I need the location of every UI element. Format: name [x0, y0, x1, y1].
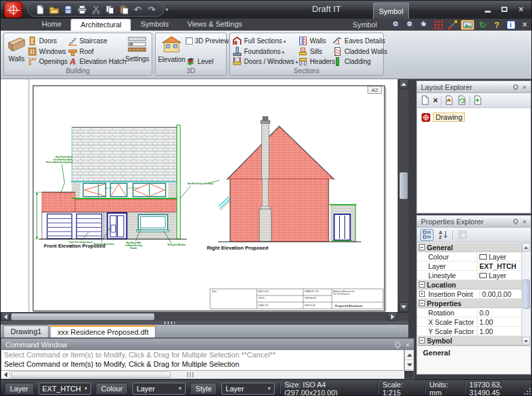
preview-checkbox[interactable]: [186, 37, 193, 45]
new-layout-button[interactable]: [420, 95, 430, 105]
scroll-down-button[interactable]: [399, 302, 408, 312]
expand-icon[interactable]: +: [419, 291, 425, 297]
copy-button[interactable]: [104, 4, 115, 15]
close-button[interactable]: ×: [515, 5, 527, 14]
pin-icon[interactable]: [512, 218, 519, 225]
sort-az-button[interactable]: AZ: [436, 229, 450, 241]
command-vertical-scrollbar[interactable]: [404, 350, 414, 371]
tab-views-settings[interactable]: Views & Settings: [178, 19, 251, 31]
minimize-button[interactable]: [481, 5, 494, 14]
scroll-thumb[interactable]: [523, 280, 530, 309]
foundations-button[interactable]: Foundations: [232, 47, 298, 57]
colour-swatch[interactable]: [479, 254, 487, 260]
layer-dropdown[interactable]: EXT_HTCH: [39, 383, 91, 395]
refresh-button[interactable]: ↻: [477, 20, 488, 30]
scroll-down-button[interactable]: [405, 360, 414, 370]
colour-dropdown[interactable]: Layer: [132, 383, 185, 395]
headers-button[interactable]: Headers: [298, 57, 332, 67]
openings-button[interactable]: Openings: [27, 57, 68, 67]
scroll-up-button[interactable]: [399, 79, 408, 89]
property-row-colour[interactable]: Colour Layer: [418, 252, 523, 262]
close-icon[interactable]: ×: [406, 339, 410, 350]
property-group-symbol[interactable]: − Symbol: [418, 336, 523, 345]
level-button[interactable]: Level: [186, 57, 224, 67]
drawing-canvas[interactable]: A2: [1, 79, 398, 312]
elevation-hatch-button[interactable]: A Elevation Hatch: [68, 57, 125, 67]
info-button[interactable]: i: [505, 20, 516, 30]
paste-button[interactable]: [118, 4, 129, 15]
zoom-in-button[interactable]: [391, 20, 402, 30]
vertical-scroll-thumb[interactable]: [400, 172, 408, 199]
horizontal-scroll-thumb[interactable]: [11, 371, 171, 378]
property-row-linestyle[interactable]: Linestyle Layer: [418, 271, 523, 280]
scroll-left-button[interactable]: [1, 371, 10, 379]
close-ribbon-button[interactable]: ×: [519, 20, 530, 30]
zoom-out-button[interactable]: [405, 20, 416, 30]
pin-icon[interactable]: [512, 84, 519, 91]
scroll-down-button[interactable]: [522, 337, 530, 345]
drawing-sheet[interactable]: A2: [33, 85, 385, 311]
property-pages-button[interactable]: [456, 229, 469, 241]
properties-scrollbar[interactable]: [521, 243, 530, 345]
elevation-button[interactable]: Elevation: [158, 35, 186, 68]
close-icon[interactable]: ×: [523, 83, 527, 91]
section-walls-button[interactable]: Walls: [298, 36, 332, 46]
qat-customize-dropdown[interactable]: ▾: [166, 7, 168, 13]
linestyle-swatch[interactable]: [479, 273, 487, 278]
command-history[interactable]: Select Command or Item(s) to Modify, Cli…: [1, 350, 404, 371]
property-group-general[interactable]: − General: [418, 243, 523, 252]
property-row-xscale[interactable]: X Scale Factor 1.00: [418, 317, 523, 327]
horizontal-scroll-thumb[interactable]: [11, 313, 154, 320]
3d-preview-toggle[interactable]: 3D Preview: [186, 36, 224, 46]
tab-symbols[interactable]: Symbols: [131, 19, 178, 31]
property-row-insertion-point[interactable]: + Insertion Point 0.00,0.00: [418, 290, 523, 299]
titlebar-document-tab[interactable]: Symbol: [373, 3, 409, 19]
staircase-button[interactable]: Staircase: [68, 36, 125, 46]
collapse-icon[interactable]: −: [419, 282, 425, 288]
full-sections-button[interactable]: Full Sections: [232, 36, 298, 46]
tab-architectural[interactable]: Architectural: [70, 19, 131, 31]
zoom-extents-button[interactable]: [419, 20, 430, 30]
scroll-up-button[interactable]: [522, 243, 530, 252]
import-layout-button[interactable]: [473, 95, 483, 105]
property-group-location[interactable]: − Location: [418, 280, 523, 290]
doc-tab-drawing1[interactable]: Drawing1: [3, 325, 49, 337]
doors-button[interactable]: Doors: [27, 36, 68, 46]
settings-button[interactable]: Settings: [125, 35, 150, 68]
collapse-icon[interactable]: −: [419, 337, 425, 343]
resize-grip-icon[interactable]: [523, 387, 531, 395]
property-row-rotation[interactable]: Rotation 0.0: [418, 308, 523, 317]
scroll-left-button[interactable]: [1, 312, 10, 321]
redo-button[interactable]: ↷: [146, 4, 157, 15]
walls-button[interactable]: Walls: [6, 35, 27, 68]
eaves-details-button[interactable]: Eaves Details: [332, 36, 384, 46]
property-group-properties[interactable]: − Properties: [418, 299, 523, 308]
windows-button[interactable]: Windows: [27, 47, 68, 57]
roof-button[interactable]: Roof: [68, 47, 125, 57]
delete-layout-button[interactable]: ×: [433, 95, 438, 105]
close-icon[interactable]: ×: [523, 218, 527, 226]
pin-icon[interactable]: [394, 341, 401, 348]
style-dropdown[interactable]: Layer: [221, 383, 274, 395]
print-button[interactable]: [76, 4, 87, 15]
property-row-yscale[interactable]: Y Scale Factor 1.00: [418, 327, 523, 336]
save-button[interactable]: [63, 4, 73, 15]
scroll-right-button[interactable]: [388, 312, 397, 321]
render-view-button[interactable]: [461, 20, 474, 30]
maximize-button[interactable]: [498, 5, 511, 14]
grid-snap-button[interactable]: [433, 20, 444, 30]
export-layout-button[interactable]: [444, 95, 454, 105]
layout-item-drawing[interactable]: Drawing: [422, 112, 530, 122]
cladding-button[interactable]: Cladding: [332, 57, 384, 67]
cladded-walls-button[interactable]: Cladded Walls: [332, 47, 384, 57]
doc-tab-residence[interactable]: xxx Residence Proposed.dft: [50, 325, 156, 337]
snap-line-button[interactable]: [447, 20, 458, 30]
help-button[interactable]: ?: [491, 20, 502, 30]
cut-button[interactable]: [90, 4, 101, 15]
scroll-up-button[interactable]: [405, 350, 414, 360]
open-button[interactable]: [49, 4, 59, 15]
canvas-horizontal-scrollbar[interactable]: [1, 312, 408, 321]
refresh-layout-button[interactable]: [457, 95, 467, 105]
collapse-icon[interactable]: −: [419, 244, 425, 250]
collapse-icon[interactable]: −: [419, 300, 425, 306]
